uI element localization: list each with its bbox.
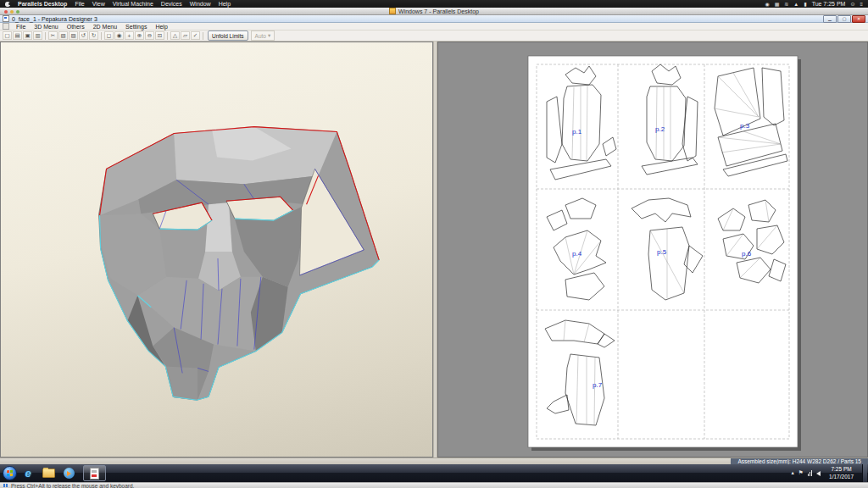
- hidden-icons-chevron[interactable]: ▴: [791, 470, 793, 476]
- pepakura-titlebar[interactable]: 0_face_1 - Pepakura Designer 3 ▁ ▢ ✕: [0, 15, 868, 23]
- system-tray: ▴ ⚑ 7:25 PM 1/17/2017: [791, 464, 868, 482]
- pattern-label: p.1: [572, 128, 582, 136]
- taskbar-date: 1/17/2017: [829, 474, 854, 480]
- windows-flag-icon: [7, 470, 13, 477]
- parallels-titlebar[interactable]: Windows 7 - Parallels Desktop: [0, 8, 868, 15]
- pattern-label: p.3: [740, 122, 750, 130]
- zoom-in-icon[interactable]: ⊕: [135, 31, 144, 40]
- start-button[interactable]: [3, 466, 17, 480]
- vm-icon: [389, 8, 396, 14]
- mac-menu-virtual-machine[interactable]: Virtual Machine: [113, 1, 153, 7]
- minimize-button[interactable]: ▁: [823, 15, 837, 23]
- copy-icon[interactable]: ▧: [58, 31, 68, 40]
- battery-icon[interactable]: ▮: [804, 2, 806, 7]
- mouse-capture-message: Press Ctrl+Alt to release the mouse and …: [11, 483, 134, 488]
- pepakura-statusbar: Assembled size(mm): H244 W282 D262 / Par…: [0, 458, 868, 464]
- mac-clock[interactable]: Tue 7:25 PM: [812, 1, 846, 7]
- notification-center-icon[interactable]: ≡: [860, 2, 863, 7]
- show-flaps-icon[interactable]: ▱: [181, 31, 190, 40]
- internet-explorer-button[interactable]: e: [19, 465, 37, 481]
- maximize-button[interactable]: ▢: [837, 15, 851, 23]
- 3d-viewport[interactable]: [0, 42, 433, 458]
- show-desktop-button[interactable]: [862, 464, 867, 482]
- select-icon[interactable]: ◻: [104, 31, 114, 40]
- cut-icon[interactable]: ✂: [48, 31, 58, 40]
- windows-flag-icon: [3, 484, 8, 488]
- parallels-window-title: Windows 7 - Parallels Desktop: [398, 8, 479, 14]
- window-traffic-lights[interactable]: [4, 10, 19, 14]
- pepakura-menubar: File 3D Menu Others 2D Menu Settings Hel…: [0, 23, 868, 30]
- 3d-mask-model[interactable]: [1, 42, 432, 457]
- folder-icon: [42, 469, 55, 478]
- pattern-label: p.5: [657, 248, 667, 256]
- taskbar-clock[interactable]: 7:25 PM 1/17/2017: [825, 466, 858, 480]
- volume-icon[interactable]: [816, 471, 821, 476]
- bluetooth-icon[interactable]: ≋: [784, 2, 788, 7]
- show-edges-icon[interactable]: △: [170, 31, 180, 40]
- mask-nose-bridge-facet: [205, 202, 232, 258]
- keyboard-layout-icon[interactable]: ▦: [775, 2, 780, 7]
- menu-file[interactable]: File: [12, 24, 30, 30]
- pattern-page-svg: p.1 p.2 p.3 p.4 p.5 p.6 p.7: [438, 42, 867, 457]
- action-center-icon[interactable]: ⚑: [798, 470, 804, 476]
- wifi-icon[interactable]: ▲: [793, 2, 798, 7]
- mac-menu-app-name[interactable]: Parallels Desktop: [18, 1, 67, 7]
- pepakura-app-icon: [3, 15, 9, 22]
- close-window-button[interactable]: [4, 10, 8, 14]
- mac-menu-help[interactable]: Help: [219, 1, 231, 7]
- zoom-window-button[interactable]: [16, 10, 19, 14]
- minimize-window-button[interactable]: [10, 10, 14, 14]
- windows-explorer-button[interactable]: [39, 465, 58, 481]
- auto-dropdown[interactable]: Auto ▾: [251, 30, 275, 41]
- parallels-bottom-statusbar: Press Ctrl+Alt to release the mouse and …: [0, 482, 868, 488]
- toolbar-separator: [101, 32, 102, 40]
- windows-taskbar: e ▴ ⚑ 7:25 PM 1/17/2017: [0, 464, 868, 482]
- unfold-limits-button[interactable]: Unfold Limits: [208, 30, 248, 41]
- toolbar-separator: [45, 32, 46, 40]
- paste-icon[interactable]: ▨: [69, 31, 78, 40]
- check-layout-icon[interactable]: ✓: [191, 31, 200, 40]
- save-file-icon[interactable]: ▣: [23, 31, 32, 40]
- pattern-label: p.2: [655, 125, 665, 133]
- menu-3d[interactable]: 3D Menu: [30, 24, 62, 30]
- pepakura-taskbar-button[interactable]: [83, 465, 106, 481]
- pepakura-toolbar: ▢ ▤ ▣ ▥ ✂ ▧ ▨ ↺ ↻ ◻ ◉ + ⊕ ⊖ ⊡ △ ▱ ✓ Unfo…: [0, 30, 868, 42]
- menu-settings[interactable]: Settings: [121, 24, 151, 30]
- media-player-button[interactable]: [59, 465, 78, 481]
- mac-menu-file[interactable]: File: [75, 1, 84, 7]
- mac-menu-devices[interactable]: Devices: [161, 1, 182, 7]
- mac-menu-view[interactable]: View: [92, 1, 105, 7]
- menu-2d[interactable]: 2D Menu: [89, 24, 121, 30]
- screen: Parallels Desktop File View Virtual Mach…: [0, 0, 868, 488]
- pepakura-main-area: p.1 p.2 p.3 p.4 p.5 p.6 p.7: [0, 42, 868, 458]
- parallels-status-icon[interactable]: ◉: [765, 2, 769, 7]
- document-icon: [3, 23, 9, 30]
- close-button[interactable]: ✕: [852, 15, 865, 23]
- internet-explorer-icon: e: [25, 468, 31, 479]
- rotate-view-icon[interactable]: ◉: [114, 31, 124, 40]
- mac-menubar: Parallels Desktop File View Virtual Mach…: [0, 0, 868, 8]
- pattern-label: p.4: [572, 250, 582, 258]
- pattern-label: p.6: [742, 250, 752, 258]
- pattern-label: p.7: [593, 381, 603, 389]
- menu-others[interactable]: Others: [63, 24, 89, 30]
- new-file-icon[interactable]: ▢: [3, 31, 12, 40]
- undo-icon[interactable]: ↺: [79, 31, 88, 40]
- redo-icon[interactable]: ↻: [89, 31, 98, 40]
- pepakura-icon: [90, 468, 99, 480]
- toolbar-separator: [167, 32, 168, 40]
- menu-help[interactable]: Help: [151, 24, 171, 30]
- taskbar-time: 7:25 PM: [829, 466, 854, 473]
- open-file-icon[interactable]: ▤: [13, 31, 22, 40]
- zoom-out-icon[interactable]: ⊖: [145, 31, 154, 40]
- fit-view-icon[interactable]: ⊡: [155, 31, 164, 40]
- apple-menu-icon[interactable]: [5, 2, 10, 7]
- 2d-pattern-viewport[interactable]: p.1 p.2 p.3 p.4 p.5 p.6 p.7: [437, 42, 868, 458]
- media-player-icon: [64, 468, 75, 479]
- spotlight-icon[interactable]: ⊙: [850, 2, 854, 7]
- network-icon[interactable]: [808, 470, 813, 476]
- print-icon[interactable]: ▥: [33, 31, 42, 40]
- pan-view-icon[interactable]: +: [125, 31, 134, 40]
- toolbar-separator: [203, 32, 203, 40]
- mac-menu-window[interactable]: Window: [190, 1, 211, 7]
